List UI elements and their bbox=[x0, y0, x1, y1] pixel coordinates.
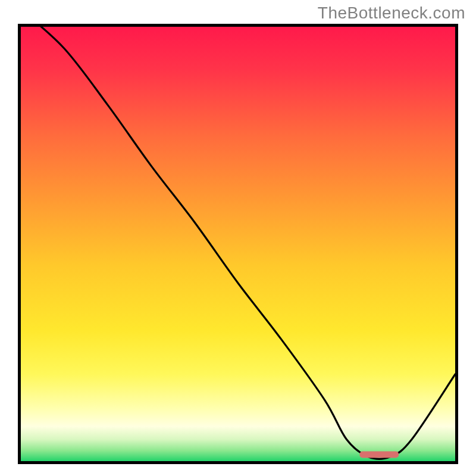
chart-svg bbox=[21, 27, 455, 461]
chart-container: TheBottleneck.com bbox=[0, 0, 476, 476]
optimal-range-marker bbox=[359, 452, 399, 458]
plot-frame bbox=[18, 24, 458, 464]
gradient-background bbox=[21, 27, 455, 461]
plot-area bbox=[21, 27, 455, 461]
watermark-text: TheBottleneck.com bbox=[318, 4, 465, 23]
